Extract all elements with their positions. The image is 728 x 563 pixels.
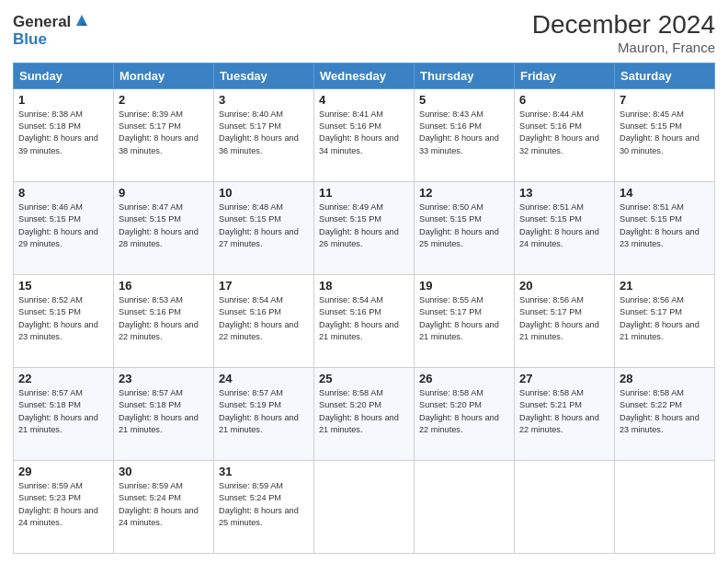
main-container: General Blue December 2024 Mauron, Franc… [0,0,728,563]
day-number: 8 [18,186,108,200]
calendar-cell [314,460,415,553]
day-info: Sunrise: 8:58 AMSunset: 5:20 PMDaylight:… [319,388,399,434]
logo: General Blue [13,11,91,48]
day-number: 28 [620,372,710,385]
calendar-cell: 1 Sunrise: 8:38 AMSunset: 5:18 PMDayligh… [14,88,114,181]
day-info: Sunrise: 8:38 AMSunset: 5:18 PMDaylight:… [18,109,98,155]
day-number: 22 [18,372,108,385]
day-number: 31 [219,465,309,478]
day-number: 27 [519,372,609,385]
day-number: 29 [18,465,108,478]
calendar-week-row: 15 Sunrise: 8:52 AMSunset: 5:15 PMDaylig… [14,274,715,367]
day-number: 23 [119,372,209,385]
calendar-cell: 20 Sunrise: 8:56 AMSunset: 5:17 PMDaylig… [515,274,615,367]
weekday-header-wednesday: Wednesday [314,63,415,88]
day-number: 3 [219,93,309,107]
day-info: Sunrise: 8:40 AMSunset: 5:17 PMDaylight:… [219,109,299,155]
day-info: Sunrise: 8:55 AMSunset: 5:17 PMDaylight:… [419,295,499,341]
day-info: Sunrise: 8:46 AMSunset: 5:15 PMDaylight:… [18,202,98,248]
day-info: Sunrise: 8:58 AMSunset: 5:22 PMDaylight:… [620,388,700,434]
calendar-cell: 22 Sunrise: 8:57 AMSunset: 5:18 PMDaylig… [14,367,114,460]
calendar-cell: 16 Sunrise: 8:53 AMSunset: 5:16 PMDaylig… [114,274,214,367]
day-info: Sunrise: 8:57 AMSunset: 5:18 PMDaylight:… [18,388,98,434]
day-info: Sunrise: 8:49 AMSunset: 5:15 PMDaylight:… [319,202,399,248]
calendar-week-row: 1 Sunrise: 8:38 AMSunset: 5:18 PMDayligh… [14,88,715,181]
day-number: 4 [319,93,409,107]
day-info: Sunrise: 8:54 AMSunset: 5:16 PMDaylight:… [319,295,399,341]
day-info: Sunrise: 8:59 AMSunset: 5:24 PMDaylight:… [219,481,299,527]
day-number: 6 [519,93,609,107]
day-info: Sunrise: 8:51 AMSunset: 5:15 PMDaylight:… [519,202,599,248]
calendar-cell: 12 Sunrise: 8:50 AMSunset: 5:15 PMDaylig… [415,181,515,274]
day-number: 21 [620,279,710,293]
day-number: 24 [219,372,309,385]
calendar-body: 1 Sunrise: 8:38 AMSunset: 5:18 PMDayligh… [14,88,715,553]
day-number: 5 [419,93,509,107]
day-number: 20 [519,279,609,293]
day-number: 12 [419,186,509,200]
logo-general-text: General [13,14,71,29]
day-info: Sunrise: 8:57 AMSunset: 5:19 PMDaylight:… [219,388,299,434]
day-info: Sunrise: 8:50 AMSunset: 5:15 PMDaylight:… [419,202,499,248]
day-info: Sunrise: 8:39 AMSunset: 5:17 PMDaylight:… [119,109,199,155]
day-number: 15 [18,279,108,293]
day-number: 9 [119,186,209,200]
logo-icon [73,11,91,29]
day-number: 30 [119,465,209,478]
calendar-cell [615,460,715,553]
day-info: Sunrise: 8:44 AMSunset: 5:16 PMDaylight:… [519,109,599,155]
day-number: 10 [219,186,309,200]
day-number: 18 [319,279,409,293]
calendar-cell: 7 Sunrise: 8:45 AMSunset: 5:15 PMDayligh… [615,88,715,181]
day-number: 26 [419,372,509,385]
day-number: 2 [119,93,209,107]
header: General Blue December 2024 Mauron, Franc… [13,11,715,55]
calendar-cell: 3 Sunrise: 8:40 AMSunset: 5:17 PMDayligh… [214,88,314,181]
calendar-cell: 30 Sunrise: 8:59 AMSunset: 5:24 PMDaylig… [114,460,214,553]
day-number: 7 [620,93,710,107]
day-number: 17 [219,279,309,293]
day-info: Sunrise: 8:54 AMSunset: 5:16 PMDaylight:… [219,295,299,341]
location-title: Mauron, France [532,40,715,55]
day-info: Sunrise: 8:47 AMSunset: 5:15 PMDaylight:… [119,202,199,248]
day-info: Sunrise: 8:59 AMSunset: 5:24 PMDaylight:… [119,481,199,527]
day-info: Sunrise: 8:53 AMSunset: 5:16 PMDaylight:… [119,295,199,341]
weekday-header-monday: Monday [114,63,214,88]
calendar-week-row: 29 Sunrise: 8:59 AMSunset: 5:23 PMDaylig… [14,460,715,553]
month-title: December 2024 [532,11,715,40]
calendar-table: SundayMondayTuesdayWednesdayThursdayFrid… [13,63,715,554]
weekday-header-tuesday: Tuesday [214,63,314,88]
weekday-header-sunday: Sunday [14,63,114,88]
calendar-cell: 14 Sunrise: 8:51 AMSunset: 5:15 PMDaylig… [615,181,715,274]
calendar-week-row: 8 Sunrise: 8:46 AMSunset: 5:15 PMDayligh… [14,181,715,274]
day-info: Sunrise: 8:56 AMSunset: 5:17 PMDaylight:… [519,295,599,341]
title-area: December 2024 Mauron, France [532,11,715,55]
calendar-cell: 6 Sunrise: 8:44 AMSunset: 5:16 PMDayligh… [515,88,615,181]
day-info: Sunrise: 8:48 AMSunset: 5:15 PMDaylight:… [219,202,299,248]
day-number: 25 [319,372,409,385]
calendar-cell: 8 Sunrise: 8:46 AMSunset: 5:15 PMDayligh… [14,181,114,274]
day-number: 14 [620,186,710,200]
weekday-header-friday: Friday [515,63,615,88]
day-info: Sunrise: 8:52 AMSunset: 5:15 PMDaylight:… [18,295,98,341]
calendar-cell: 31 Sunrise: 8:59 AMSunset: 5:24 PMDaylig… [214,460,314,553]
day-number: 11 [319,186,409,200]
calendar-cell: 25 Sunrise: 8:58 AMSunset: 5:20 PMDaylig… [314,367,415,460]
calendar-cell: 11 Sunrise: 8:49 AMSunset: 5:15 PMDaylig… [314,181,415,274]
calendar-cell [515,460,615,553]
day-number: 16 [119,279,209,293]
day-info: Sunrise: 8:58 AMSunset: 5:21 PMDaylight:… [519,388,599,434]
day-info: Sunrise: 8:51 AMSunset: 5:15 PMDaylight:… [620,202,700,248]
day-info: Sunrise: 8:58 AMSunset: 5:20 PMDaylight:… [419,388,499,434]
calendar-cell: 27 Sunrise: 8:58 AMSunset: 5:21 PMDaylig… [515,367,615,460]
day-number: 19 [419,279,509,293]
calendar-cell: 23 Sunrise: 8:57 AMSunset: 5:18 PMDaylig… [114,367,214,460]
calendar-cell: 24 Sunrise: 8:57 AMSunset: 5:19 PMDaylig… [214,367,314,460]
calendar-cell: 4 Sunrise: 8:41 AMSunset: 5:16 PMDayligh… [314,88,415,181]
day-info: Sunrise: 8:56 AMSunset: 5:17 PMDaylight:… [620,295,700,341]
weekday-header-saturday: Saturday [615,63,715,88]
calendar-week-row: 22 Sunrise: 8:57 AMSunset: 5:18 PMDaylig… [14,367,715,460]
day-info: Sunrise: 8:59 AMSunset: 5:23 PMDaylight:… [18,481,98,527]
calendar-cell: 19 Sunrise: 8:55 AMSunset: 5:17 PMDaylig… [415,274,515,367]
day-info: Sunrise: 8:45 AMSunset: 5:15 PMDaylight:… [620,109,700,155]
